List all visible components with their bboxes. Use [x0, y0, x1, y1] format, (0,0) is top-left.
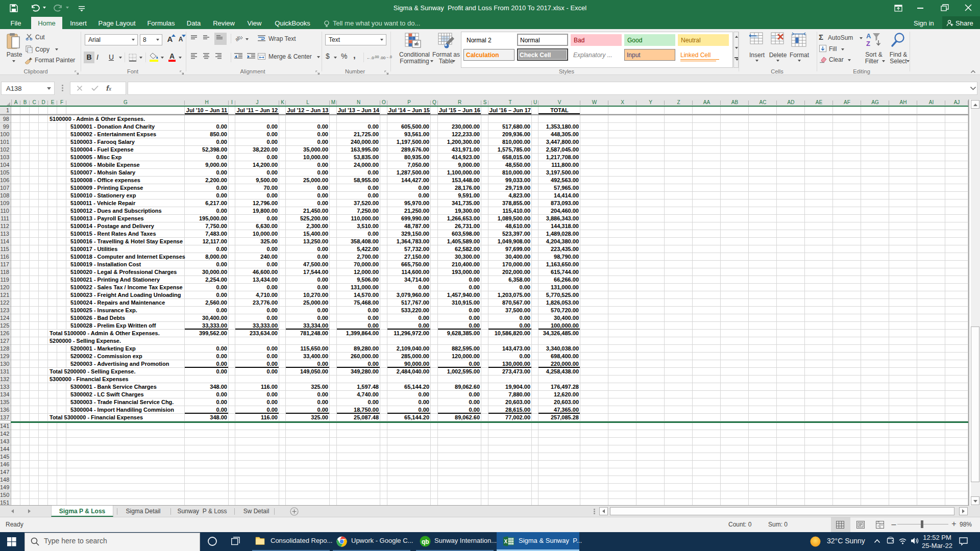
svg-text:ab: ab: [235, 35, 242, 42]
svg-text:A: A: [866, 32, 871, 40]
svg-text:qb: qb: [422, 538, 429, 545]
svg-text:Z: Z: [866, 40, 870, 47]
svg-text:X: X: [504, 539, 507, 544]
